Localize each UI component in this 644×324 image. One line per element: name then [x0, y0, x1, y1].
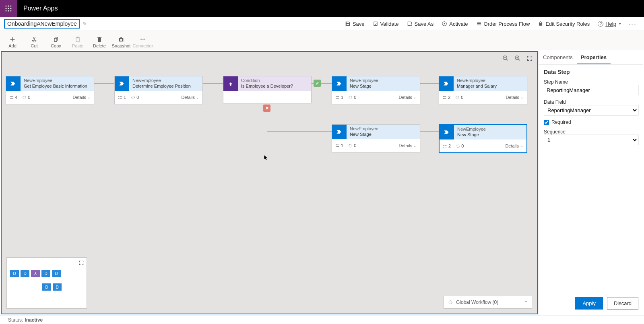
snapshot-button[interactable]: Snapshot: [110, 36, 132, 48]
stage-card[interactable]: NewEmployeeManager and Salary 2 0 Detail…: [439, 76, 527, 104]
steps-count: 2: [442, 95, 450, 100]
help-button[interactable]: ?Help▾: [594, 17, 625, 30]
stage-icon: [332, 76, 347, 91]
stage-icon: [115, 76, 129, 91]
delete-icon: [96, 36, 103, 43]
copy-button[interactable]: Copy: [45, 36, 67, 48]
triggers-count: 0: [348, 95, 356, 100]
svg-point-19: [456, 144, 459, 147]
triggers-count: 0: [456, 144, 464, 148]
connector-icon: [140, 36, 146, 43]
connector-line: [267, 131, 332, 132]
svg-point-18: [349, 144, 352, 147]
global-workflow-label: Global Workflow (0): [456, 299, 498, 305]
designer-toolbar: Add Cut Copy Paste Delete Snapshot Conne…: [0, 31, 644, 50]
add-button[interactable]: Add: [2, 36, 23, 48]
tab-components[interactable]: Components: [539, 51, 577, 64]
svg-point-0: [6, 6, 7, 7]
stage-card[interactable]: NewEmployeeNew Stage 1 0 Details⌄: [332, 76, 420, 104]
svg-point-11: [144, 39, 145, 40]
details-toggle[interactable]: Details⌄: [72, 95, 91, 100]
minimap[interactable]: DD⅄DD DD: [6, 257, 87, 309]
save-as-icon: [407, 21, 413, 27]
help-icon: ?: [598, 21, 603, 27]
details-toggle[interactable]: Details⌄: [398, 143, 417, 148]
validate-button[interactable]: Validate: [369, 17, 403, 30]
details-toggle[interactable]: Details⌄: [398, 95, 417, 100]
connector-line: [203, 83, 223, 84]
condition-no-chip: ✕: [263, 105, 270, 112]
canvas[interactable]: ✓ ✕ NewEmployeeGet Employee Basic Inform…: [1, 51, 538, 314]
sequence-label: Sequence: [544, 129, 638, 135]
data-field-select[interactable]: ReportingManager: [544, 105, 638, 115]
tab-properties[interactable]: Properties: [577, 51, 611, 64]
activate-button[interactable]: Activate: [438, 17, 472, 30]
stage-card[interactable]: NewEmployeeNew Stage 1 0 Details⌄: [332, 124, 420, 152]
command-bar: OnboardingANewEmployee ✎ Save Validate S…: [0, 17, 644, 31]
svg-point-16: [349, 96, 352, 98]
plus-icon: [9, 36, 16, 43]
stage-card[interactable]: NewEmployeeDetermine Employee Position 1…: [114, 76, 203, 104]
discard-button[interactable]: Discard: [607, 297, 638, 310]
connector-line: [420, 83, 439, 84]
svg-point-14: [23, 96, 26, 98]
svg-point-15: [132, 96, 134, 98]
sequence-select[interactable]: 1: [544, 135, 638, 145]
props-section-title: Data Step: [544, 69, 638, 75]
stage-card[interactable]: NewEmployeeGet Employee Basic Informatio…: [6, 76, 94, 104]
details-toggle[interactable]: Details⌄: [506, 95, 524, 100]
required-checkbox[interactable]: [544, 120, 549, 125]
svg-point-7: [8, 10, 9, 12]
svg-point-5: [10, 8, 12, 9]
stage-icon: [439, 76, 454, 91]
properties-panel: Components Properties Data Step Step Nam…: [539, 51, 643, 314]
more-button[interactable]: ···: [625, 20, 640, 28]
steps-count: 2: [443, 144, 451, 148]
minimap-fit-icon[interactable]: [78, 260, 84, 266]
save-button[interactable]: Save: [341, 17, 369, 30]
camera-icon: [118, 36, 124, 43]
chevron-down-icon: ▾: [619, 22, 621, 26]
spinner-icon: [448, 300, 453, 305]
condition-card[interactable]: ConditionIs Employee a Developer?: [223, 76, 312, 103]
cursor-icon: [263, 154, 269, 161]
save-as-button[interactable]: Save As: [403, 17, 438, 30]
app-name: Power Apps: [17, 5, 64, 12]
global-workflow-panel[interactable]: Global Workflow (0) ⌃: [444, 296, 532, 309]
main-area: ✓ ✕ NewEmployeeGet Employee Basic Inform…: [0, 50, 644, 315]
save-icon: [345, 21, 351, 27]
chevron-down-icon: ⌄: [87, 95, 91, 99]
app-launcher-button[interactable]: [0, 0, 17, 17]
condition-icon: [223, 76, 238, 91]
step-name-input[interactable]: [544, 85, 638, 95]
connector-button: Connector: [132, 36, 154, 48]
svg-point-17: [456, 96, 459, 98]
connector-line: [93, 83, 114, 84]
steps-count: 1: [335, 95, 343, 100]
paste-icon: [74, 36, 81, 43]
validate-icon: [373, 21, 378, 27]
cut-icon: [31, 36, 37, 43]
cut-button[interactable]: Cut: [23, 36, 45, 48]
svg-point-1: [8, 6, 9, 7]
zoom-in-button[interactable]: [514, 55, 521, 62]
stage-icon: [332, 125, 347, 139]
details-toggle[interactable]: Details⌄: [181, 95, 199, 100]
stage-icon: [6, 76, 21, 91]
activate-icon: [442, 21, 447, 27]
apply-button[interactable]: Apply: [575, 297, 603, 310]
flow-name-input[interactable]: OnboardingANewEmployee: [4, 19, 80, 29]
triggers-count: 0: [348, 143, 356, 148]
edit-name-icon[interactable]: ✎: [83, 21, 87, 27]
chevron-up-icon[interactable]: ⌃: [524, 300, 528, 305]
order-flow-button[interactable]: Order Process Flow: [472, 17, 534, 30]
zoom-out-button[interactable]: [502, 55, 509, 62]
order-icon: [476, 21, 482, 27]
stage-card-selected[interactable]: NewEmployeeNew Stage 2 0 Details⌄: [439, 124, 527, 153]
status-value: Inactive: [25, 317, 43, 323]
fit-screen-button[interactable]: [526, 55, 533, 62]
edit-security-button[interactable]: Edit Security Roles: [534, 17, 594, 30]
copy-icon: [53, 36, 59, 43]
details-toggle[interactable]: Details⌄: [505, 144, 523, 148]
delete-button[interactable]: Delete: [89, 36, 110, 48]
